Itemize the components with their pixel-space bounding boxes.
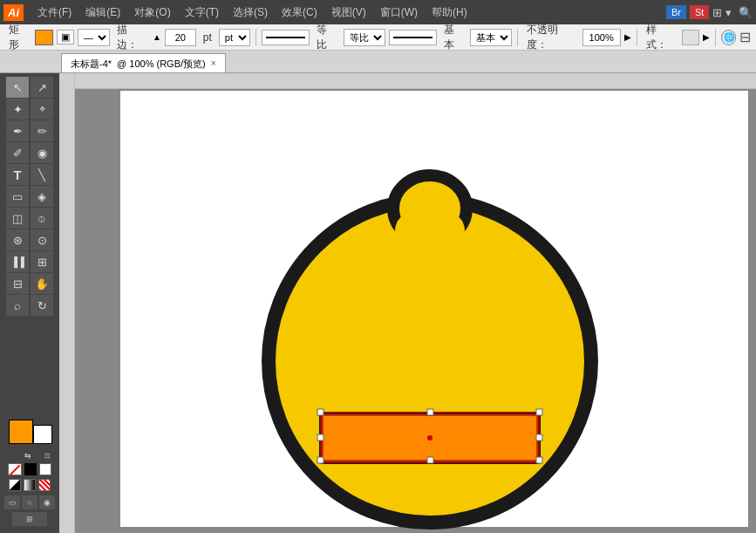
direct-select-tool[interactable]: ↗: [31, 77, 53, 98]
symbol-tool[interactable]: ⊙: [31, 229, 53, 250]
stroke-weight-input[interactable]: [165, 29, 196, 46]
svg-rect-10: [536, 434, 542, 441]
pattern-swatch[interactable]: [38, 479, 51, 491]
svg-point-2: [395, 206, 465, 255]
workspace-switcher[interactable]: ⊞ ▾: [712, 6, 732, 19]
gradient-swatch[interactable]: [9, 479, 21, 491]
stroke-mode-select[interactable]: —: [78, 29, 110, 46]
arrange-icon[interactable]: ⊟: [739, 29, 751, 45]
menu-bar: Ai 文件(F) 编辑(E) 对象(O) 文字(T) 选择(S) 效果(C) 视…: [0, 0, 756, 24]
artboard-tool[interactable]: ⊞: [31, 251, 53, 272]
stock-icon-btn[interactable]: St: [690, 5, 709, 19]
swap-colors-icon[interactable]: ⇆: [24, 451, 31, 460]
svg-rect-11: [317, 457, 324, 463]
tool-row-9: ▐▐ ⊞: [2, 251, 58, 272]
tool-row-8: ⊛ ⊙: [2, 229, 58, 250]
foreground-color-swatch[interactable]: [9, 420, 33, 444]
line-tool[interactable]: ╲: [31, 164, 53, 185]
line-select[interactable]: 等比: [344, 29, 385, 46]
tab-bar: 未标题-4* @ 100% (RGB/预览) ×: [0, 51, 756, 73]
tab-close-btn[interactable]: ×: [211, 56, 216, 72]
tab-title: 未标题-4*: [71, 56, 112, 72]
menu-window[interactable]: 窗口(W): [373, 0, 425, 24]
zoom-tool[interactable]: ⌕: [6, 295, 29, 316]
gradient-tool[interactable]: ◫: [6, 208, 29, 229]
line2-label: 基本: [440, 23, 467, 52]
search-icon[interactable]: 🔍: [739, 6, 753, 19]
style-label: 样式：: [643, 23, 678, 52]
background-color-swatch[interactable]: [33, 425, 52, 444]
rectangle-tool[interactable]: ▭: [6, 186, 29, 207]
line2-select[interactable]: 基本: [470, 29, 512, 46]
tab-mode: @ 100% (RGB/预览): [117, 56, 206, 72]
opacity-arrow[interactable]: ▶: [624, 32, 631, 42]
tool-row-1: ↖ ↗: [2, 77, 58, 98]
outline-view-btn[interactable]: ○: [22, 495, 37, 509]
app-logo: Ai: [3, 4, 24, 21]
menu-edit[interactable]: 编辑(E): [78, 0, 127, 24]
rotate-tool[interactable]: ↻: [31, 295, 53, 316]
graph-tool[interactable]: ▐▐: [6, 251, 29, 272]
paintbucket-tool[interactable]: ◈: [31, 186, 53, 207]
default-colors-icon[interactable]: ⊡: [44, 452, 51, 460]
black-swatch[interactable]: [24, 463, 37, 475]
menu-view[interactable]: 视图(V): [324, 0, 373, 24]
stroke-icon-btn[interactable]: ▣: [57, 30, 74, 44]
line-style2-preview[interactable]: [389, 30, 438, 45]
fill-color-box[interactable]: [35, 30, 52, 45]
stroke-unit: pt: [200, 31, 215, 44]
screen-mode-btn[interactable]: ⊞: [12, 512, 47, 526]
toolbox: ↖ ↗ ✦ ⌖ ✒ ✏ ✐ ◉ T ╲ ▭ ◈ ◫ ⌽ ⊛ ⊙: [0, 73, 59, 533]
blend-tool[interactable]: ⊛: [6, 229, 29, 250]
artwork-container: [251, 117, 626, 533]
eyedropper-tool[interactable]: ⌽: [31, 208, 53, 229]
pen-tool[interactable]: ✒: [6, 120, 29, 141]
blob-brush-tool[interactable]: ◉: [31, 142, 53, 163]
menu-text[interactable]: 文字(T): [178, 0, 226, 24]
document-tab[interactable]: 未标题-4* @ 100% (RGB/预览) ×: [61, 53, 226, 72]
style-preview-box[interactable]: [682, 30, 699, 45]
opacity-label: 不透明度：: [523, 23, 578, 52]
canvas-area[interactable]: [59, 73, 756, 533]
white-swatch[interactable]: [39, 463, 51, 475]
svg-rect-7: [427, 409, 433, 415]
toolbar: 矩形 ▣ — 描边： ▲ pt pt 等比 等比 基本 基本 不透明度： ▶ 样…: [0, 24, 756, 51]
pencil-tool[interactable]: ✐: [6, 142, 29, 163]
select-tool[interactable]: ↖: [6, 77, 29, 98]
menu-select[interactable]: 选择(S): [226, 0, 275, 24]
magic-wand-tool[interactable]: ✦: [6, 99, 29, 120]
tool-row-2: ✦ ⌖: [2, 99, 58, 120]
menu-help[interactable]: 帮助(H): [425, 0, 474, 24]
menu-file[interactable]: 文件(F): [31, 0, 78, 24]
overprint-view-btn[interactable]: ◉: [39, 495, 55, 509]
vertical-ruler: [59, 73, 75, 533]
menu-effect[interactable]: 效果(C): [275, 0, 324, 24]
style-arrow[interactable]: ▶: [703, 32, 710, 42]
artwork-svg: [251, 117, 617, 533]
hand-tool[interactable]: ✋: [31, 273, 53, 294]
stroke-unit-select[interactable]: pt: [219, 29, 250, 46]
line-style-preview[interactable]: [262, 30, 310, 45]
normal-view-btn[interactable]: ▭: [4, 495, 20, 509]
swatch-small-row: [5, 463, 54, 475]
stroke-up-arrow[interactable]: ▲: [153, 32, 161, 42]
menu-object[interactable]: 对象(O): [127, 0, 177, 24]
menu-right-icons: Br St ⊞ ▾ 🔍: [666, 5, 753, 19]
svg-point-14: [427, 435, 432, 441]
type-tool-variant[interactable]: ✏: [31, 120, 53, 141]
shape-label: 矩形: [5, 23, 31, 52]
line-label: 等比: [313, 23, 339, 52]
svg-rect-13: [536, 457, 542, 463]
bridge-icon-btn[interactable]: Br: [666, 5, 686, 19]
slice-tool[interactable]: ⊟: [6, 273, 29, 294]
type-tool[interactable]: T: [6, 164, 29, 185]
divider2: [517, 29, 518, 46]
color-swatches: ⇆ ⊡: [2, 416, 58, 493]
gradient2-swatch[interactable]: [24, 479, 36, 491]
stroke-label: 描边：: [113, 23, 149, 52]
none-swatch[interactable]: [8, 463, 22, 475]
opacity-input[interactable]: [582, 29, 621, 46]
lasso-tool[interactable]: ⌖: [31, 99, 53, 120]
tool-row-6: ▭ ◈: [2, 186, 58, 207]
globe-icon[interactable]: 🌐: [721, 30, 736, 45]
